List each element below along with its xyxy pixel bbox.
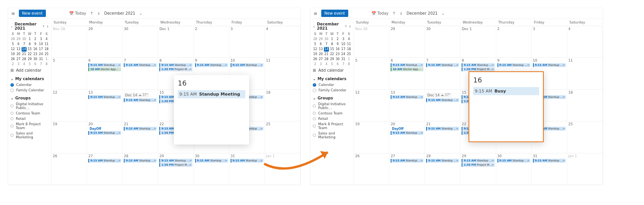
event-chip[interactable]: 9:15 AM Standup Meeting⟳ bbox=[124, 127, 157, 131]
day-cell[interactable]: 20DayOff9:15 AM Standup Meeting⟳ bbox=[87, 121, 123, 153]
event-chip[interactable]: 9:15 AM Standup Meeting⟳ bbox=[533, 159, 566, 163]
day-cell[interactable]: 79:15 AM Standup Meeting⟳ bbox=[425, 58, 460, 89]
day-cell[interactable]: 11 bbox=[567, 58, 603, 89]
radio-icon[interactable] bbox=[10, 117, 13, 120]
group-item[interactable]: Contoso Team bbox=[313, 111, 351, 116]
groups-header[interactable]: ⌄Groups bbox=[10, 96, 49, 100]
day-cell[interactable]: 219:15 AM Standup Meeting⟳ bbox=[425, 121, 460, 153]
event-chip[interactable]: 9:15 AM Standup Meeting⟳ bbox=[124, 159, 157, 163]
day-cell[interactable]: 69:15 AM Standup Meeting⟳10 AM Doctor Ap… bbox=[389, 58, 425, 89]
mini-day[interactable]: 13 bbox=[319, 47, 324, 52]
mini-day[interactable]: 6 bbox=[16, 42, 21, 47]
day-cell[interactable]: Dec 14 ☁ 37°9:15 AM Standup Meeting⟳ bbox=[123, 90, 158, 121]
mini-day[interactable]: 10 bbox=[39, 42, 44, 47]
event-chip[interactable]: 9:15 AM Standup Meeting⟳ bbox=[88, 95, 121, 99]
day-cell[interactable]: 139:15 AM Standup Meeting⟳ bbox=[87, 90, 123, 121]
event-chip[interactable]: 10 AM Doctor Appointment bbox=[391, 67, 423, 71]
event-chip[interactable]: 9:15 AM Standup Meeting⟳ bbox=[195, 159, 228, 163]
day-cell[interactable]: Nov 28 bbox=[354, 26, 389, 57]
mini-day[interactable]: 20 bbox=[16, 52, 21, 57]
group-item[interactable]: Mark 8 Project Team bbox=[10, 121, 49, 131]
event-chip[interactable]: 1:30 PM Project Meeting⟳ bbox=[159, 163, 192, 167]
mini-day[interactable]: 4 bbox=[324, 62, 329, 67]
mini-day[interactable]: 11 bbox=[346, 42, 351, 47]
mini-day[interactable]: 31 bbox=[39, 57, 44, 62]
mini-day[interactable]: 1 bbox=[330, 37, 335, 42]
day-cell[interactable]: 20DayOff9:15 AM Standup Meeting⟳ bbox=[389, 121, 425, 153]
new-event-button[interactable]: New event bbox=[321, 10, 348, 17]
group-item[interactable]: Mark 8 Project Team bbox=[313, 121, 351, 131]
mini-day[interactable]: 23 bbox=[335, 52, 340, 57]
day-cell[interactable]: 26 bbox=[354, 153, 389, 185]
mini-day[interactable]: 1 bbox=[27, 37, 32, 42]
hamburger-icon[interactable]: ≡ bbox=[314, 11, 317, 16]
add-calendar-button[interactable]: ⊞ Add calendar bbox=[10, 67, 49, 74]
day-cell[interactable]: 30 bbox=[425, 26, 460, 57]
event-chip[interactable]: 9:15 AM Standup Meeting⟳ bbox=[391, 63, 423, 67]
mini-day[interactable]: 3 bbox=[319, 62, 324, 67]
peek-event[interactable]: 9:15 AM Busy bbox=[473, 87, 539, 95]
day-cell[interactable]: 319:15 AM Standup Meeting⟳ bbox=[532, 153, 567, 185]
hamburger-icon[interactable]: ≡ bbox=[11, 11, 15, 16]
radio-icon[interactable] bbox=[10, 104, 13, 108]
mini-day[interactable]: 14 bbox=[324, 47, 329, 52]
mini-day[interactable]: 7 bbox=[22, 42, 27, 47]
mini-day[interactable]: 19 bbox=[313, 52, 318, 57]
mini-day[interactable]: 17 bbox=[341, 47, 346, 52]
radio-icon[interactable] bbox=[10, 134, 13, 137]
event-chip[interactable]: 9:15 AM Standup Meeting⟳ bbox=[88, 159, 121, 163]
mini-month-header[interactable]: ⌄ December 2021 ↑↓ bbox=[10, 22, 49, 30]
group-item[interactable]: Contoso Team bbox=[10, 111, 49, 116]
mini-day[interactable]: 22 bbox=[330, 52, 335, 57]
mini-day[interactable]: 28 bbox=[324, 57, 329, 62]
mini-prev-icon[interactable]: ↑ bbox=[345, 25, 347, 28]
group-item[interactable]: Retail bbox=[313, 116, 351, 121]
day-cell[interactable]: Dec 1 bbox=[158, 26, 194, 57]
event-chip[interactable]: 9:15 AM Standup Meeting⟳ bbox=[195, 63, 228, 67]
day-cell[interactable]: 12 bbox=[354, 90, 389, 121]
day-cell[interactable]: 25 bbox=[567, 121, 603, 153]
mini-day[interactable]: 24 bbox=[39, 52, 44, 57]
peek-event[interactable]: 9:15 AM Standup Meeting bbox=[178, 90, 245, 98]
mini-day[interactable]: 4 bbox=[22, 62, 27, 67]
day-cell[interactable]: 309:15 AM Standup Meeting⟳ bbox=[194, 153, 229, 185]
day-cell[interactable]: 25 bbox=[265, 121, 300, 153]
day-cell[interactable]: 30 bbox=[123, 26, 158, 57]
radio-icon[interactable] bbox=[313, 134, 316, 137]
groups-header[interactable]: ⌄Groups bbox=[313, 96, 351, 100]
new-event-button[interactable]: New event bbox=[19, 10, 46, 17]
mini-day[interactable]: 9 bbox=[335, 42, 340, 47]
mini-day[interactable]: 8 bbox=[44, 62, 49, 67]
mini-day[interactable]: 3 bbox=[341, 37, 346, 42]
mini-day[interactable]: 3 bbox=[16, 62, 21, 67]
calendar-item[interactable]: Calendar bbox=[10, 82, 49, 87]
event-chip[interactable]: 9:15 AM Standup Meeting⟳ bbox=[426, 159, 459, 163]
day-cell[interactable]: 12 bbox=[51, 90, 87, 121]
radio-icon[interactable] bbox=[313, 124, 316, 128]
day-cell[interactable]: 2 bbox=[496, 26, 532, 57]
mini-day[interactable]: 17 bbox=[39, 47, 44, 52]
day-cell[interactable]: 19 bbox=[354, 121, 389, 153]
day-cell[interactable]: 5 bbox=[354, 58, 389, 89]
mini-day[interactable]: 8 bbox=[346, 62, 351, 67]
day-cell[interactable]: Jan 1 bbox=[567, 153, 603, 185]
mini-day[interactable]: 2 bbox=[313, 62, 318, 67]
mini-day[interactable]: 11 bbox=[44, 42, 49, 47]
day-cell[interactable]: 4 bbox=[567, 26, 603, 57]
event-chip[interactable]: 9:15 AM Standup Meeting⟳ bbox=[462, 159, 494, 163]
mini-day[interactable]: 19 bbox=[10, 52, 15, 57]
day-cell[interactable]: Nov 28 bbox=[51, 26, 87, 57]
day-cell[interactable]: 4 bbox=[265, 26, 300, 57]
mini-day[interactable]: 28 bbox=[313, 37, 318, 42]
day-cell[interactable]: 79:15 AM Standup Meeting⟳ bbox=[123, 58, 158, 89]
my-calendars-header[interactable]: ⌄My calendars bbox=[313, 77, 351, 81]
day-cell[interactable]: 3 bbox=[229, 26, 265, 57]
checkbox-icon[interactable] bbox=[10, 89, 14, 92]
calendar-item[interactable]: Calendar bbox=[313, 82, 351, 87]
day-cell[interactable]: 29 bbox=[87, 26, 123, 57]
next-month-icon[interactable]: ↓ bbox=[400, 11, 403, 15]
mini-day[interactable]: 22 bbox=[27, 52, 32, 57]
mini-day[interactable]: 28 bbox=[22, 57, 27, 62]
mini-day[interactable]: 30 bbox=[335, 57, 340, 62]
day-cell[interactable]: Dec 1 bbox=[460, 26, 496, 57]
